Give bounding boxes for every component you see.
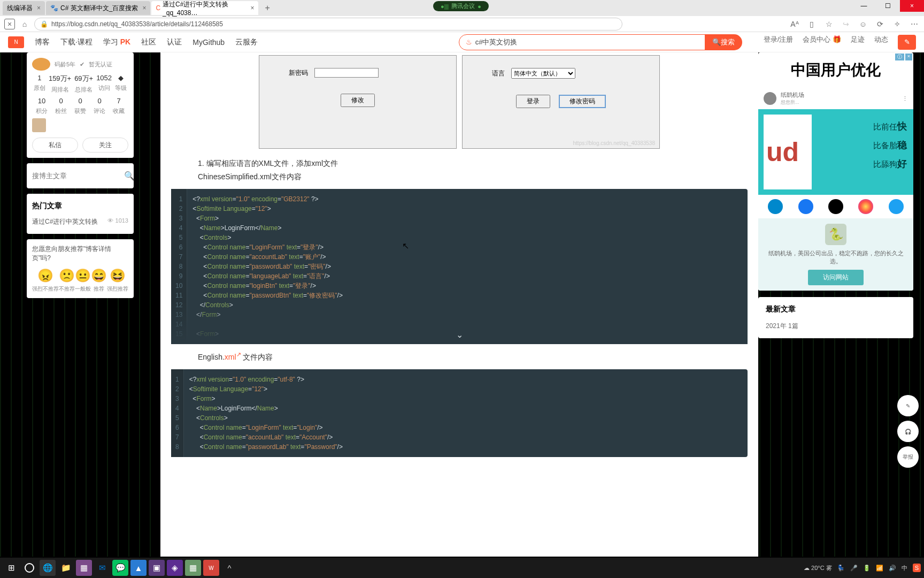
tab-1[interactable]: 线编译器×: [3, 1, 45, 15]
nav-cloud[interactable]: 云服务: [235, 37, 258, 47]
tab-2[interactable]: 🐾C# 英文翻译中文_百度搜索×: [46, 1, 150, 15]
tiktok-icon: [828, 199, 843, 214]
app-icon[interactable]: ▦: [76, 560, 92, 576]
new-tab-button[interactable]: +: [259, 3, 275, 13]
hot-item[interactable]: 通过C#进行中英文转换 👁 1013: [32, 215, 128, 229]
emoji-no[interactable]: 🙁不推荐: [59, 268, 75, 293]
emoji-strongly-no[interactable]: 😠强烈不推荐: [32, 268, 59, 293]
more-icon[interactable]: ⋮: [902, 95, 908, 102]
hot-articles-card: 热门文章 通过C#进行中英文转换 👁 1013: [27, 194, 134, 234]
tray-icon[interactable]: 💺: [837, 565, 845, 572]
author-years: 码龄5年: [55, 60, 75, 69]
modify-button[interactable]: 修改: [341, 94, 375, 107]
ad-brand: 纸鹞机场: [781, 91, 804, 99]
nav-blog[interactable]: 博客: [35, 37, 50, 47]
visit-site-button[interactable]: 访问网站: [808, 270, 864, 285]
recommend-title: 您愿意向朋友推荐"博客详情页"吗?: [32, 245, 128, 263]
wifi-icon[interactable]: 📶: [876, 565, 883, 572]
level-icon: ◆: [115, 74, 127, 82]
app-icon[interactable]: ▣: [149, 560, 165, 576]
tencent-meeting-pill[interactable]: ●|||腾讯会议●: [433, 1, 489, 11]
vs-icon[interactable]: ◈: [167, 560, 183, 576]
emoji-neutral[interactable]: 😐一般般: [75, 268, 91, 293]
badge-cube-icon: [32, 118, 46, 132]
latest-title: 最新文章: [766, 305, 906, 314]
text-size-icon[interactable]: Aᴬ: [789, 19, 800, 29]
expand-code-button[interactable]: ⌄: [456, 330, 463, 340]
nav-cert[interactable]: 认证: [167, 37, 182, 47]
nav-github[interactable]: MyGithub: [192, 38, 225, 47]
tray-icon[interactable]: 🔋: [863, 565, 871, 572]
home-icon[interactable]: ⌂: [19, 19, 30, 29]
cortana-icon[interactable]: [21, 560, 37, 576]
ad-close[interactable]: ⓘ×: [895, 54, 912, 60]
follow-button[interactable]: 关注: [82, 138, 128, 153]
close-window-icon[interactable]: ×: [900, 0, 924, 12]
address-bar: × ⌂ 🔒https://blog.csdn.net/qq_40383538/a…: [0, 16, 924, 32]
tab-3-active[interactable]: C通过C#进行中英文转换_qq_4038…×: [151, 1, 258, 15]
menu-icon[interactable]: ⋯: [909, 19, 920, 29]
link-icon: ↗: [236, 351, 241, 358]
start-button[interactable]: ⊞: [3, 560, 19, 576]
close-icon[interactable]: ×: [142, 4, 146, 12]
sogou-icon[interactable]: S: [913, 564, 921, 572]
minimize-icon[interactable]: —: [852, 0, 876, 12]
search-button[interactable]: 🔍 搜索: [705, 34, 742, 50]
lang-select[interactable]: 简体中文（默认）: [511, 68, 575, 79]
close-icon[interactable]: ×: [250, 4, 254, 12]
translate-icon[interactable]: ▯: [806, 19, 817, 29]
search-icon[interactable]: 🔍: [122, 169, 137, 183]
profile-icon[interactable]: ☺: [858, 19, 868, 29]
nav-history[interactable]: 足迹: [851, 35, 865, 50]
emoji-yes[interactable]: 😄推荐: [91, 268, 107, 293]
stop-icon[interactable]: ×: [4, 19, 15, 29]
changepwd-button[interactable]: 修改密码: [559, 95, 606, 108]
emoji-strongly-yes[interactable]: 😆强烈推荐: [107, 268, 128, 293]
recommend-card: 您愿意向朋友推荐"博客详情页"吗? 😠强烈不推荐 🙁不推荐 😐一般般 😄推荐 😆…: [27, 239, 134, 298]
maximize-icon[interactable]: ☐: [876, 0, 900, 12]
nav-download[interactable]: 下载·课程: [60, 37, 93, 47]
ad-app-icon: 🐍: [825, 224, 846, 245]
ad-body[interactable]: ud 比前任快 比备胎稳 比舔狗好: [758, 109, 913, 195]
csdn-search-input[interactable]: ♨c#中英文切换: [459, 34, 715, 50]
blog-search-input[interactable]: [32, 169, 122, 183]
url-input[interactable]: 🔒https://blog.csdn.net/qq_40383538/artic…: [34, 18, 622, 31]
author-stats-card: 码龄5年 ✔暂无认证 1原创 159万+周排名 69万+总排名 1052访问 ◆…: [27, 52, 134, 158]
weather-widget[interactable]: ☁ 20°C 雾: [804, 564, 832, 572]
blog-search-card: 🔍: [27, 163, 134, 188]
latest-item[interactable]: 2021年 1篇: [766, 322, 906, 331]
nav-activity[interactable]: 动态: [874, 35, 888, 50]
explorer-icon[interactable]: 📁: [58, 560, 74, 576]
newpwd-input[interactable]: [314, 68, 379, 78]
app-icon[interactable]: ▦: [185, 560, 201, 576]
newpwd-label: 新密码: [289, 69, 308, 78]
app-icon[interactable]: ▲: [130, 560, 147, 576]
tray-expand-icon[interactable]: ^: [221, 560, 237, 576]
nav-login[interactable]: 登录/注册: [764, 35, 794, 50]
tray-icon[interactable]: 🎤: [850, 565, 858, 572]
message-button[interactable]: 私信: [32, 138, 78, 153]
code-block-2: 12345678 <?xml version="1.0" encoding="u…: [171, 369, 748, 457]
favorite-icon[interactable]: ☆: [823, 19, 834, 29]
volume-icon[interactable]: 🔊: [889, 565, 896, 572]
wps-icon[interactable]: W: [203, 560, 219, 576]
forward-icon[interactable]: ↪: [841, 19, 851, 29]
ime-icon[interactable]: 中: [902, 564, 907, 572]
edge-icon[interactable]: 🌐: [40, 560, 56, 576]
latest-articles-card: 最新文章 2021年 1篇: [758, 297, 913, 338]
close-icon[interactable]: ×: [37, 4, 41, 12]
collections-icon[interactable]: ✧: [892, 19, 903, 29]
nav-community[interactable]: 社区: [141, 37, 156, 47]
mail-icon[interactable]: ✉: [94, 560, 110, 576]
nav-vip[interactable]: 会员中心 🎁: [803, 35, 841, 50]
ad-avatar: [764, 92, 776, 105]
nav-study[interactable]: 学习 PK: [103, 37, 130, 47]
csdn-logo[interactable]: N: [8, 36, 24, 48]
article-content: 新密码 修改 语言简体中文（默认） 登录 修改密码 https://blog.c…: [160, 52, 758, 557]
wechat-icon[interactable]: 💬: [112, 560, 128, 576]
login-button[interactable]: 登录: [516, 95, 550, 108]
write-button[interactable]: ✎: [898, 35, 916, 50]
code-content[interactable]: <?xml version="1.0" encoding="utf-8" ?> …: [184, 369, 348, 457]
refresh-icon[interactable]: ⟳: [875, 19, 886, 29]
ad-desc: 纸鹞机场，美国公司出品，稳定不跑路，您的长久之选。: [764, 249, 908, 265]
